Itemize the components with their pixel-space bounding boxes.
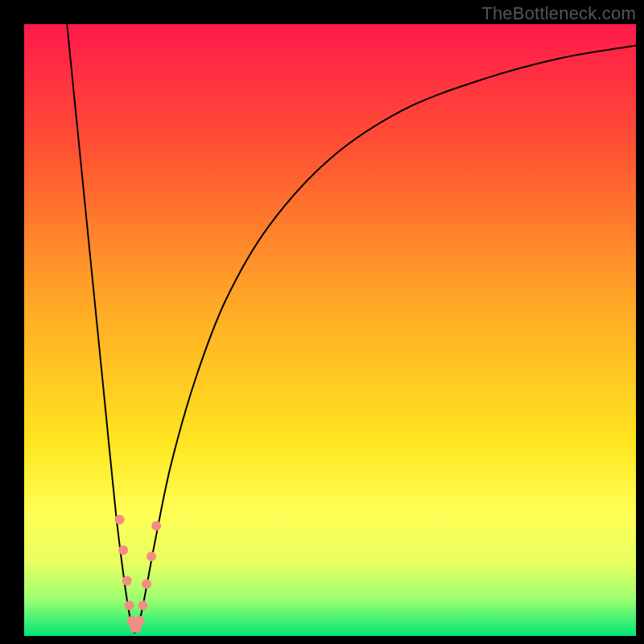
data-marker [135,616,145,625]
data-marker [125,601,134,610]
data-marker [115,515,125,525]
data-marker [138,601,147,610]
data-marker [142,579,151,588]
chart-svg [0,0,644,644]
data-marker [151,521,161,530]
watermark-text: TheBottleneck.com [481,3,636,24]
data-marker [122,576,132,586]
plot-background [24,24,636,636]
data-marker [147,551,156,561]
data-marker [118,546,128,555]
chart-frame: { "watermark": "TheBottleneck.com", "cha… [0,0,644,644]
